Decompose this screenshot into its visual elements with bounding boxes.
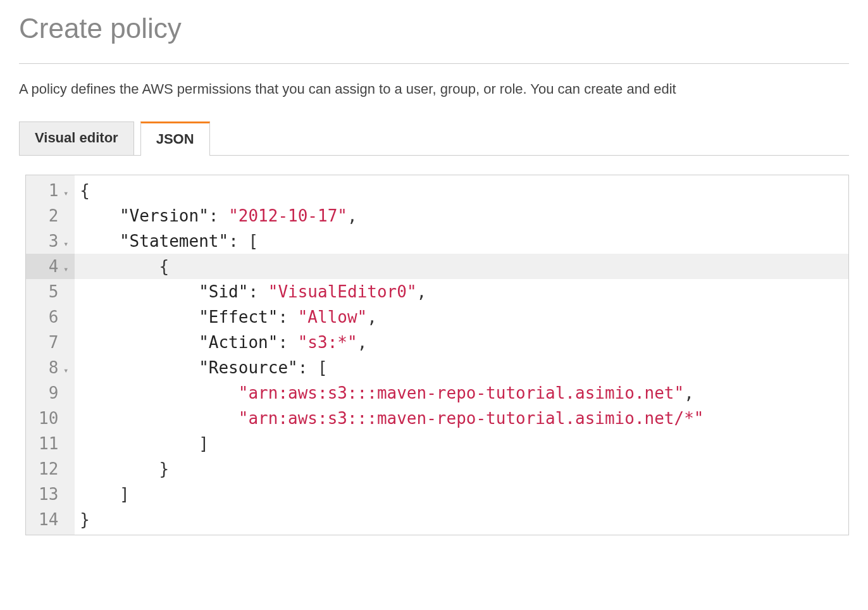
gutter-line: 1▾ (26, 178, 75, 203)
gutter-line: 10 (26, 406, 75, 431)
gutter-line: 11 (26, 431, 75, 456)
fold-icon[interactable]: ▾ (61, 358, 68, 383)
fold-icon[interactable]: ▾ (61, 231, 68, 256)
code-line[interactable]: { (75, 254, 848, 279)
gutter-line: 7 (26, 330, 75, 355)
gutter-line: 3▾ (26, 228, 75, 254)
divider (19, 63, 849, 64)
json-editor[interactable]: 1▾23▾4▾5678▾91011121314 { "Version": "20… (25, 175, 849, 535)
gutter-line: 8▾ (26, 355, 75, 380)
gutter-line: 13 (26, 482, 75, 507)
gutter-line: 14 (26, 507, 75, 532)
gutter-line: 4▾ (26, 254, 75, 279)
editor-code[interactable]: { "Version": "2012-10-17", "Statement": … (75, 175, 848, 535)
code-line[interactable]: } (75, 507, 848, 532)
code-line[interactable]: ] (75, 482, 848, 507)
code-line[interactable]: "arn:aws:s3:::maven-repo-tutorial.asimio… (75, 380, 848, 406)
code-line[interactable]: { (75, 178, 848, 203)
gutter-line: 5 (26, 279, 75, 304)
gutter-line: 12 (26, 456, 75, 482)
code-line[interactable]: "Sid": "VisualEditor0", (75, 279, 848, 304)
editor-tabs: Visual editor JSON (19, 121, 849, 156)
tab-visual-editor[interactable]: Visual editor (19, 121, 134, 155)
policy-description: A policy defines the AWS permissions tha… (19, 80, 849, 99)
code-line[interactable]: "Statement": [ (75, 228, 848, 254)
page-title: Create policy (19, 13, 849, 44)
code-line[interactable]: "arn:aws:s3:::maven-repo-tutorial.asimio… (75, 406, 848, 431)
fold-icon[interactable]: ▾ (61, 180, 68, 206)
gutter-line: 2 (26, 203, 75, 228)
fold-icon[interactable]: ▾ (61, 256, 68, 282)
code-line[interactable]: "Effect": "Allow", (75, 304, 848, 330)
code-line[interactable]: } (75, 456, 848, 482)
code-line[interactable]: "Version": "2012-10-17", (75, 203, 848, 228)
code-line[interactable]: "Action": "s3:*", (75, 330, 848, 355)
code-line[interactable]: ] (75, 431, 848, 456)
editor-gutter: 1▾23▾4▾5678▾91011121314 (26, 175, 75, 535)
gutter-line: 6 (26, 304, 75, 330)
gutter-line: 9 (26, 380, 75, 406)
create-policy-page: Create policy A policy defines the AWS p… (0, 0, 868, 548)
code-line[interactable]: "Resource": [ (75, 355, 848, 380)
tab-json[interactable]: JSON (140, 121, 210, 156)
